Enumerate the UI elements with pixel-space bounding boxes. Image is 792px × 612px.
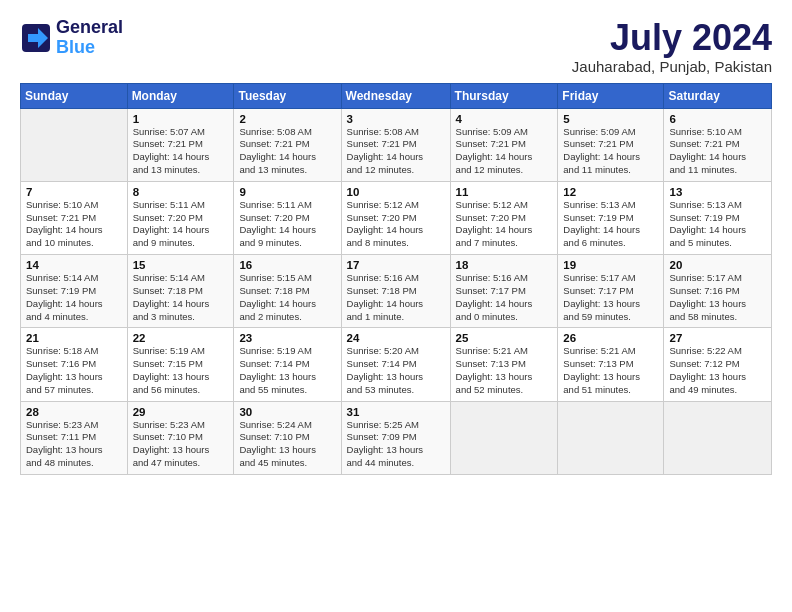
logo-icon [20,22,52,54]
calendar-week-row: 21Sunrise: 5:18 AMSunset: 7:16 PMDayligh… [21,328,772,401]
calendar-cell: 11Sunrise: 5:12 AMSunset: 7:20 PMDayligh… [450,181,558,254]
day-number: 23 [239,332,335,344]
calendar: SundayMondayTuesdayWednesdayThursdayFrid… [20,83,772,475]
calendar-cell: 6Sunrise: 5:10 AMSunset: 7:21 PMDaylight… [664,108,772,181]
cell-info: Sunrise: 5:11 AMSunset: 7:20 PMDaylight:… [239,199,335,250]
cell-info: Sunrise: 5:09 AMSunset: 7:21 PMDaylight:… [456,126,553,177]
calendar-cell [450,401,558,474]
calendar-cell: 14Sunrise: 5:14 AMSunset: 7:19 PMDayligh… [21,255,128,328]
calendar-cell: 21Sunrise: 5:18 AMSunset: 7:16 PMDayligh… [21,328,128,401]
calendar-body: 1Sunrise: 5:07 AMSunset: 7:21 PMDaylight… [21,108,772,474]
calendar-cell: 10Sunrise: 5:12 AMSunset: 7:20 PMDayligh… [341,181,450,254]
cell-info: Sunrise: 5:18 AMSunset: 7:16 PMDaylight:… [26,345,122,396]
cell-info: Sunrise: 5:09 AMSunset: 7:21 PMDaylight:… [563,126,658,177]
calendar-week-row: 7Sunrise: 5:10 AMSunset: 7:21 PMDaylight… [21,181,772,254]
calendar-cell: 25Sunrise: 5:21 AMSunset: 7:13 PMDayligh… [450,328,558,401]
cell-info: Sunrise: 5:12 AMSunset: 7:20 PMDaylight:… [347,199,445,250]
day-number: 20 [669,259,766,271]
calendar-cell: 1Sunrise: 5:07 AMSunset: 7:21 PMDaylight… [127,108,234,181]
cell-info: Sunrise: 5:16 AMSunset: 7:18 PMDaylight:… [347,272,445,323]
calendar-cell [21,108,128,181]
logo: General Blue [20,18,123,58]
cell-info: Sunrise: 5:19 AMSunset: 7:15 PMDaylight:… [133,345,229,396]
cell-info: Sunrise: 5:19 AMSunset: 7:14 PMDaylight:… [239,345,335,396]
day-number: 29 [133,406,229,418]
calendar-cell: 5Sunrise: 5:09 AMSunset: 7:21 PMDaylight… [558,108,664,181]
calendar-week-row: 28Sunrise: 5:23 AMSunset: 7:11 PMDayligh… [21,401,772,474]
day-number: 9 [239,186,335,198]
calendar-cell: 9Sunrise: 5:11 AMSunset: 7:20 PMDaylight… [234,181,341,254]
dow-header: Tuesday [234,83,341,108]
calendar-cell: 20Sunrise: 5:17 AMSunset: 7:16 PMDayligh… [664,255,772,328]
calendar-cell: 24Sunrise: 5:20 AMSunset: 7:14 PMDayligh… [341,328,450,401]
day-number: 18 [456,259,553,271]
calendar-cell [558,401,664,474]
dow-header: Thursday [450,83,558,108]
day-number: 25 [456,332,553,344]
day-number: 27 [669,332,766,344]
day-number: 4 [456,113,553,125]
calendar-cell: 29Sunrise: 5:23 AMSunset: 7:10 PMDayligh… [127,401,234,474]
logo-text: General Blue [56,18,123,58]
cell-info: Sunrise: 5:07 AMSunset: 7:21 PMDaylight:… [133,126,229,177]
day-number: 12 [563,186,658,198]
calendar-cell: 18Sunrise: 5:16 AMSunset: 7:17 PMDayligh… [450,255,558,328]
calendar-cell: 8Sunrise: 5:11 AMSunset: 7:20 PMDaylight… [127,181,234,254]
dow-header: Wednesday [341,83,450,108]
cell-info: Sunrise: 5:13 AMSunset: 7:19 PMDaylight:… [669,199,766,250]
dow-header: Saturday [664,83,772,108]
title-block: July 2024 Jauharabad, Punjab, Pakistan [572,18,772,75]
calendar-cell: 22Sunrise: 5:19 AMSunset: 7:15 PMDayligh… [127,328,234,401]
day-number: 11 [456,186,553,198]
calendar-cell: 3Sunrise: 5:08 AMSunset: 7:21 PMDaylight… [341,108,450,181]
calendar-cell: 12Sunrise: 5:13 AMSunset: 7:19 PMDayligh… [558,181,664,254]
calendar-cell: 4Sunrise: 5:09 AMSunset: 7:21 PMDaylight… [450,108,558,181]
calendar-cell [664,401,772,474]
day-number: 21 [26,332,122,344]
cell-info: Sunrise: 5:14 AMSunset: 7:18 PMDaylight:… [133,272,229,323]
calendar-cell: 7Sunrise: 5:10 AMSunset: 7:21 PMDaylight… [21,181,128,254]
calendar-cell: 19Sunrise: 5:17 AMSunset: 7:17 PMDayligh… [558,255,664,328]
cell-info: Sunrise: 5:22 AMSunset: 7:12 PMDaylight:… [669,345,766,396]
dow-header: Friday [558,83,664,108]
day-number: 19 [563,259,658,271]
cell-info: Sunrise: 5:17 AMSunset: 7:16 PMDaylight:… [669,272,766,323]
calendar-cell: 23Sunrise: 5:19 AMSunset: 7:14 PMDayligh… [234,328,341,401]
day-number: 8 [133,186,229,198]
cell-info: Sunrise: 5:17 AMSunset: 7:17 PMDaylight:… [563,272,658,323]
cell-info: Sunrise: 5:25 AMSunset: 7:09 PMDaylight:… [347,419,445,470]
calendar-cell: 27Sunrise: 5:22 AMSunset: 7:12 PMDayligh… [664,328,772,401]
cell-info: Sunrise: 5:10 AMSunset: 7:21 PMDaylight:… [26,199,122,250]
cell-info: Sunrise: 5:15 AMSunset: 7:18 PMDaylight:… [239,272,335,323]
calendar-cell: 31Sunrise: 5:25 AMSunset: 7:09 PMDayligh… [341,401,450,474]
cell-info: Sunrise: 5:21 AMSunset: 7:13 PMDaylight:… [563,345,658,396]
day-number: 30 [239,406,335,418]
cell-info: Sunrise: 5:23 AMSunset: 7:11 PMDaylight:… [26,419,122,470]
cell-info: Sunrise: 5:12 AMSunset: 7:20 PMDaylight:… [456,199,553,250]
location: Jauharabad, Punjab, Pakistan [572,58,772,75]
calendar-cell: 13Sunrise: 5:13 AMSunset: 7:19 PMDayligh… [664,181,772,254]
calendar-week-row: 1Sunrise: 5:07 AMSunset: 7:21 PMDaylight… [21,108,772,181]
header: General Blue July 2024 Jauharabad, Punja… [20,18,772,75]
cell-info: Sunrise: 5:08 AMSunset: 7:21 PMDaylight:… [239,126,335,177]
cell-info: Sunrise: 5:21 AMSunset: 7:13 PMDaylight:… [456,345,553,396]
cell-info: Sunrise: 5:23 AMSunset: 7:10 PMDaylight:… [133,419,229,470]
dow-header: Sunday [21,83,128,108]
day-number: 14 [26,259,122,271]
day-number: 13 [669,186,766,198]
day-number: 10 [347,186,445,198]
day-number: 1 [133,113,229,125]
calendar-cell: 17Sunrise: 5:16 AMSunset: 7:18 PMDayligh… [341,255,450,328]
cell-info: Sunrise: 5:16 AMSunset: 7:17 PMDaylight:… [456,272,553,323]
day-number: 3 [347,113,445,125]
day-number: 28 [26,406,122,418]
calendar-cell: 28Sunrise: 5:23 AMSunset: 7:11 PMDayligh… [21,401,128,474]
calendar-cell: 15Sunrise: 5:14 AMSunset: 7:18 PMDayligh… [127,255,234,328]
month-title: July 2024 [572,18,772,58]
calendar-cell: 26Sunrise: 5:21 AMSunset: 7:13 PMDayligh… [558,328,664,401]
dow-header: Monday [127,83,234,108]
cell-info: Sunrise: 5:20 AMSunset: 7:14 PMDaylight:… [347,345,445,396]
cell-info: Sunrise: 5:08 AMSunset: 7:21 PMDaylight:… [347,126,445,177]
cell-info: Sunrise: 5:14 AMSunset: 7:19 PMDaylight:… [26,272,122,323]
days-of-week-row: SundayMondayTuesdayWednesdayThursdayFrid… [21,83,772,108]
